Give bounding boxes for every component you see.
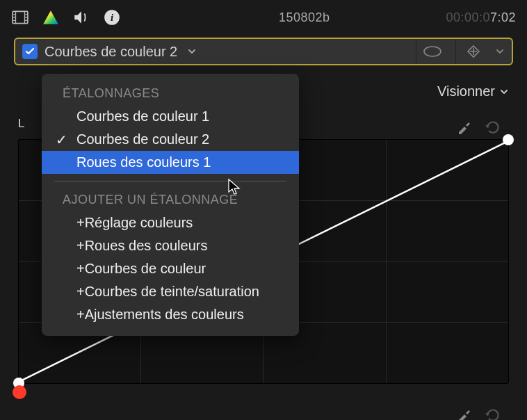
dropdown-add-item[interactable]: +Roues des couleurs <box>42 234 299 257</box>
chevron-down-icon[interactable] <box>187 47 197 56</box>
dropdown-item[interactable]: Roues des couleurs 1 <box>42 151 299 174</box>
dropdown-add-item[interactable]: +Courbes de teinte/saturation <box>42 280 299 303</box>
volume-icon[interactable] <box>72 8 90 26</box>
dropdown-section-header: AJOUTER UN ÉTALONNAGE <box>42 188 299 211</box>
svg-point-12 <box>424 47 441 56</box>
timecode-dim: 00:00:0 <box>446 10 490 24</box>
dropdown-add-item[interactable]: +Ajustements des couleurs <box>42 303 299 326</box>
effect-bar: Courbes de couleur 2 <box>14 38 513 65</box>
red-channel-indicator <box>13 385 26 399</box>
mouse-cursor <box>227 178 242 199</box>
color-icon[interactable] <box>42 8 60 26</box>
dropdown-separator <box>54 181 286 181</box>
dropdown-item[interactable]: Courbes de couleur 2 <box>42 128 299 151</box>
luma-label: L <box>18 117 24 131</box>
svg-marker-9 <box>43 10 58 24</box>
effect-name-dropdown[interactable]: Courbes de couleur 2 <box>44 44 177 60</box>
timecode-bright: 7:02 <box>490 10 516 24</box>
undo-icon[interactable] <box>484 118 502 136</box>
dropdown-section-header: ÉTALONNAGES <box>42 82 299 105</box>
undo-icon[interactable] <box>484 406 502 420</box>
film-icon[interactable] <box>11 8 29 26</box>
view-button[interactable]: Visionner <box>437 83 509 99</box>
info-icon[interactable]: i <box>103 8 121 26</box>
keyframe-button[interactable] <box>455 39 483 64</box>
effect-enabled-checkbox[interactable] <box>22 44 38 59</box>
eyedropper-icon[interactable] <box>456 118 473 135</box>
keyframe-menu-button[interactable] <box>489 39 505 64</box>
luma-curve-point-top[interactable] <box>503 134 514 145</box>
dropdown-add-item[interactable]: +Courbes de couleur <box>42 257 299 280</box>
corrections-dropdown: ÉTALONNAGES Courbes de couleur 1 Courbes… <box>42 74 299 336</box>
dropdown-add-item[interactable]: +Réglage couleurs <box>42 211 299 234</box>
timecode: 00:00:07:02 <box>446 10 516 25</box>
top-toolbar: i 150802b 00:00:07:02 <box>0 0 527 35</box>
dropdown-item[interactable]: Courbes de couleur 1 <box>42 105 299 128</box>
mask-button[interactable] <box>416 39 448 64</box>
clip-name: 150802b <box>175 10 433 25</box>
eyedropper-icon[interactable] <box>456 406 473 420</box>
view-label: Visionner <box>437 83 495 99</box>
